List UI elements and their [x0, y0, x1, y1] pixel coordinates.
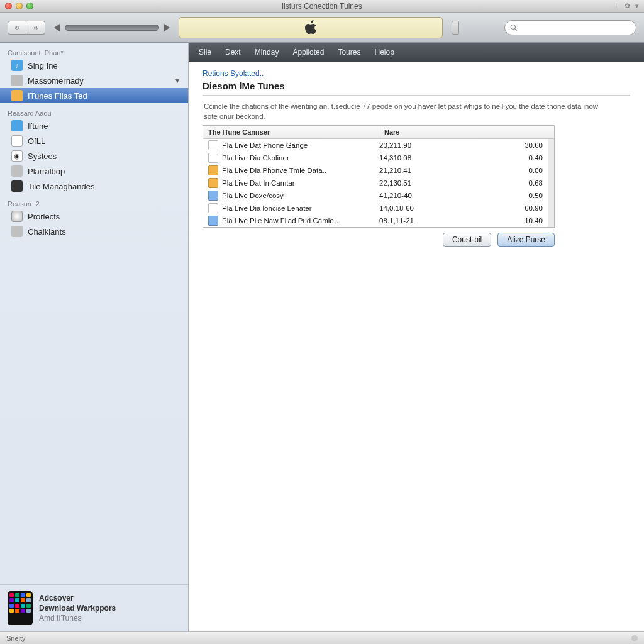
- sidebar-item-label: Prorlects: [28, 212, 60, 221]
- forward-button[interactable]: ⎌: [26, 21, 45, 35]
- list-rows: Pla Live Dat Phone Gange20,211.9030.60Pl…: [203, 139, 554, 227]
- row-val: 60.90: [505, 204, 543, 212]
- volume-slider[interactable]: [65, 25, 159, 31]
- menubar: Sile Dext Minday Applioted Toures Helop: [189, 43, 644, 62]
- nav-buttons: ⎋ ⎌: [8, 21, 45, 35]
- content-area: Retions Syolated.. Diesom lMe Tunes Ccin…: [189, 62, 644, 254]
- gear-icon[interactable]: ✿: [625, 2, 630, 10]
- chevron-down-icon[interactable]: ▾: [635, 2, 639, 10]
- device-thumbnail-icon: [8, 591, 33, 625]
- sidebar-item-itunes-files[interactable]: ITunes Filas Ted: [0, 88, 188, 103]
- sidebar-group-2-header: Reasard Aadu: [0, 107, 188, 118]
- promo-line-1: Adcsover: [39, 593, 116, 603]
- row-val: 10.40: [505, 217, 543, 225]
- row-name: Pla Live Plie Naw Filad Pud Camio…: [222, 217, 379, 225]
- section-blurb: Ccincle the chations of the wienting an,…: [203, 96, 605, 125]
- table-row[interactable]: Pla Live Doxe/cosy41,210-400.50: [203, 189, 548, 202]
- status-bar: Snelty: [0, 631, 644, 644]
- row-val: 30.60: [505, 142, 543, 149]
- table-row[interactable]: Pla Live Dia loncise Lenater14,0.18-6060…: [203, 202, 548, 214]
- minimize-window-button[interactable]: [16, 3, 23, 9]
- sidebar-item-prorlects[interactable]: Prorlects: [0, 209, 188, 224]
- playback-cluster: [54, 24, 170, 31]
- table-row[interactable]: Pla Live Dia Ckoliner14,310.080.40: [203, 152, 548, 164]
- music-icon: [11, 120, 23, 131]
- menu-sile[interactable]: Sile: [199, 48, 211, 57]
- window-title: listurs Conection Tulnes: [0, 2, 644, 11]
- zoom-window-button[interactable]: [26, 3, 33, 9]
- prev-track-icon[interactable]: [54, 24, 60, 31]
- button-row: Coust-bil Alize Purse: [203, 228, 555, 247]
- list-header-col-2[interactable]: Nare: [379, 126, 554, 138]
- sidebar-item-iftune[interactable]: Iftune: [0, 118, 188, 133]
- sidebar: Camishunt. Phan* ♪ Sing Ine Massomernady…: [0, 43, 189, 631]
- apple-logo-icon: [304, 20, 317, 35]
- row-val: 0.00: [505, 167, 543, 174]
- row-mid: 20,211.90: [379, 142, 505, 149]
- next-track-icon[interactable]: [164, 24, 170, 31]
- sidebar-bottom-promo[interactable]: Adcsover Dewnload Warkppors Amd IITunes: [0, 584, 188, 631]
- table-row[interactable]: Pla Live Dat In Camtar22,130.510.68: [203, 177, 548, 189]
- globe-icon: [11, 226, 23, 237]
- confirm-button[interactable]: Alize Purse: [497, 233, 555, 247]
- cancel-button[interactable]: Coust-bil: [443, 233, 491, 247]
- row-name: Pla Live Dia Phonve Tmie Data..: [222, 167, 379, 174]
- disc-icon: [11, 211, 23, 222]
- section-title: Diesom lMe Tunes: [203, 78, 630, 96]
- row-val: 0.50: [505, 192, 543, 199]
- row-name: Pla Live Dat Phone Gange: [222, 142, 379, 149]
- sidebar-item-label: Sing Ine: [28, 61, 58, 70]
- row-mid: 14,0.18-60: [379, 204, 505, 212]
- sidebar-item-label: Systees: [28, 152, 57, 161]
- main-pane: Sile Dext Minday Applioted Toures Helop …: [189, 43, 644, 631]
- row-name: Pla Live Dia loncise Lenater: [222, 204, 379, 212]
- sidebar-item-label: Tile Managhandes: [28, 182, 94, 191]
- display-view-toggle[interactable]: [452, 21, 459, 35]
- row-name: Pla Live Dia Ckoliner: [222, 154, 379, 162]
- menu-applioted[interactable]: Applioted: [292, 48, 324, 57]
- table-row[interactable]: Pla Live Dat Phone Gange20,211.9030.60: [203, 139, 548, 152]
- close-window-button[interactable]: [5, 3, 12, 9]
- menu-helop[interactable]: Helop: [374, 48, 394, 57]
- row-mid: 14,310.08: [379, 154, 505, 162]
- table-row[interactable]: Pla Live Dia Phonve Tmie Data..21,210.41…: [203, 164, 548, 177]
- sidebar-item-label: ITunes Filas Ted: [28, 91, 87, 101]
- row-mid: 41,210-40: [379, 192, 505, 199]
- sidebar-item-label: Iftune: [28, 121, 48, 131]
- file-type-icon: [208, 178, 218, 188]
- device-icon: [11, 180, 23, 192]
- sidebar-item-sing[interactable]: ♪ Sing Ine: [0, 58, 188, 73]
- music-icon: ♪: [11, 60, 23, 71]
- sidebar-item-label: Chalklants: [28, 227, 66, 236]
- book-icon: [11, 75, 23, 86]
- section-breadcrumb-link[interactable]: Retions Syolated..: [203, 69, 630, 78]
- chevron-down-icon: ▼: [174, 77, 180, 84]
- list-header: The ITune Cannser Nare: [203, 126, 554, 139]
- row-name: Pla Live Doxe/cosy: [222, 192, 379, 199]
- sidebar-item-ofll[interactable]: OfLL: [0, 133, 188, 148]
- file-type-icon: [208, 165, 218, 175]
- sidebar-item-plarralbop[interactable]: Plarralbop: [0, 164, 188, 179]
- folder-icon: [11, 90, 23, 101]
- row-val: 0.68: [505, 179, 543, 187]
- file-type-icon: [208, 216, 218, 226]
- back-button[interactable]: ⎋: [8, 21, 26, 35]
- sidebar-item-label: Plarralbop: [28, 167, 65, 176]
- sidebar-item-tile-managhandes[interactable]: Tile Managhandes: [0, 179, 188, 194]
- menu-dext[interactable]: Dext: [225, 48, 241, 57]
- sidebar-item-massomernady[interactable]: Massomernady ▼: [0, 73, 188, 88]
- file-type-icon: [208, 140, 218, 150]
- table-row[interactable]: Pla Live Plie Naw Filad Pud Camio…08.1,1…: [203, 214, 548, 227]
- row-val: 0.40: [505, 154, 543, 162]
- user-icon[interactable]: ⊥: [613, 2, 619, 10]
- search-field[interactable]: [504, 20, 636, 35]
- row-mid: 08.1,11-21: [379, 217, 505, 225]
- menu-minday[interactable]: Minday: [255, 48, 279, 57]
- traffic-lights: [5, 3, 33, 9]
- sidebar-item-systees[interactable]: ◉ Systees: [0, 148, 188, 164]
- sidebar-item-chalklants[interactable]: Chalklants: [0, 224, 188, 239]
- sidebar-group-3-header: Reasure 2: [0, 197, 188, 209]
- menu-toures[interactable]: Toures: [338, 48, 360, 57]
- row-mid: 21,210.41: [379, 167, 505, 174]
- list-header-col-1[interactable]: The ITune Cannser: [203, 126, 379, 138]
